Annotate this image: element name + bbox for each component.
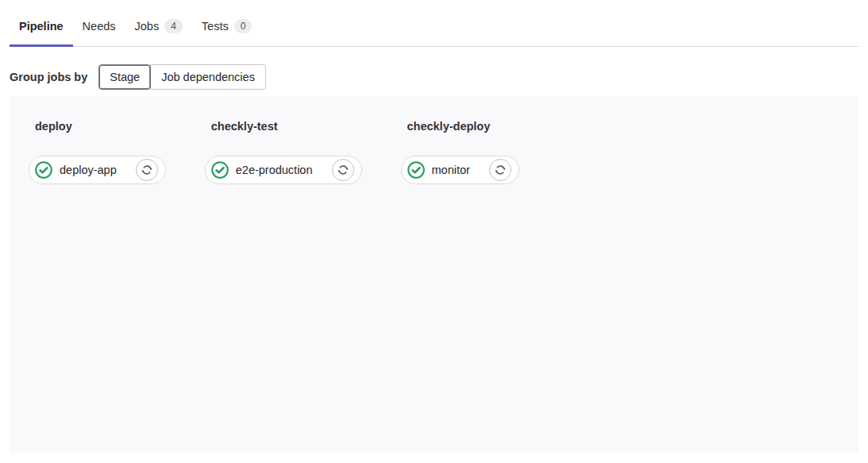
pipeline-graph: deploy deploy-app <box>10 96 858 453</box>
stage-column-checkly-deploy: checkly-deploy monitor <box>401 120 519 184</box>
pipeline-page: Pipeline Needs Jobs 4 Tests 0 Group jobs… <box>0 6 868 453</box>
tab-jobs-label: Jobs <box>135 20 160 33</box>
group-by-stage-button[interactable]: Stage <box>98 64 151 90</box>
tab-needs-label: Needs <box>83 20 116 33</box>
status-success-icon <box>407 161 425 179</box>
pipeline-tabs: Pipeline Needs Jobs 4 Tests 0 <box>10 6 858 47</box>
retry-job-button[interactable] <box>136 159 158 181</box>
job-name: monitor <box>432 164 470 176</box>
group-jobs-by-row: Group jobs by Stage Job dependencies <box>10 64 858 90</box>
retry-icon <box>141 164 153 176</box>
job-name: deploy-app <box>60 164 117 176</box>
stage-name: deploy <box>29 120 72 133</box>
retry-job-button[interactable] <box>332 159 354 181</box>
job-deploy-app[interactable]: deploy-app <box>29 156 166 184</box>
stage-column-deploy: deploy deploy-app <box>29 120 166 184</box>
tab-tests[interactable]: Tests 0 <box>192 6 262 46</box>
stage-name: checkly-test <box>205 120 278 133</box>
tab-tests-label: Tests <box>202 20 229 33</box>
retry-icon <box>337 164 349 176</box>
tab-pipeline[interactable]: Pipeline <box>10 6 73 46</box>
job-name: e2e-production <box>236 164 313 176</box>
group-jobs-by-control: Stage Job dependencies <box>98 64 266 90</box>
jobs-count-badge: 4 <box>164 19 183 33</box>
tests-count-badge: 0 <box>234 19 253 33</box>
status-success-icon <box>35 161 52 179</box>
retry-icon <box>494 164 507 176</box>
stage-name: checkly-deploy <box>401 120 491 133</box>
group-jobs-by-label: Group jobs by <box>10 71 87 83</box>
stage-column-checkly-test: checkly-test e2e-production <box>205 120 362 184</box>
retry-job-button[interactable] <box>489 159 511 181</box>
status-success-icon <box>211 161 229 179</box>
tab-jobs[interactable]: Jobs 4 <box>125 6 192 46</box>
job-e2e-production[interactable]: e2e-production <box>205 156 362 184</box>
job-monitor[interactable]: monitor <box>401 156 519 184</box>
group-by-job-dependencies-button[interactable]: Job dependencies <box>150 64 266 90</box>
tab-needs[interactable]: Needs <box>73 6 125 46</box>
tab-pipeline-label: Pipeline <box>19 20 64 33</box>
